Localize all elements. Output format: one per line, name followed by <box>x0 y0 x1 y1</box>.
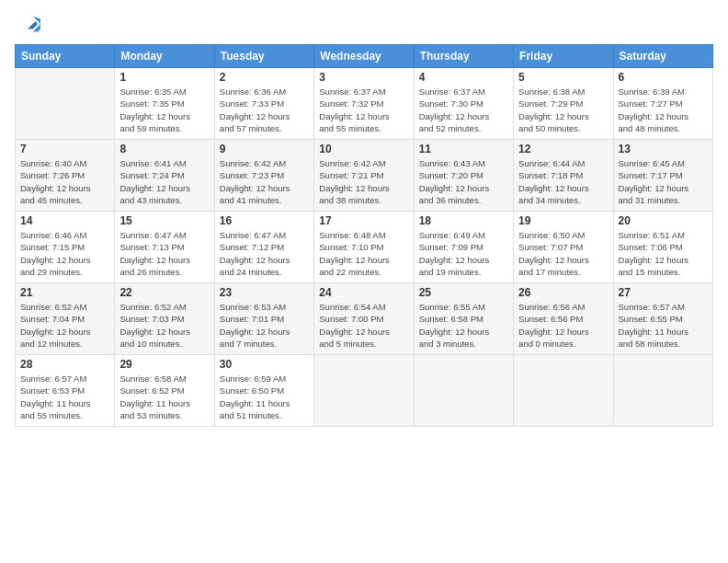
day-number: 8 <box>119 143 209 155</box>
week-row: 28Sunrise: 6:57 AM Sunset: 6:53 PM Dayli… <box>16 355 713 427</box>
day-header: Thursday <box>414 45 513 68</box>
day-number: 17 <box>319 214 408 227</box>
day-number: 22 <box>119 286 209 299</box>
day-number: 13 <box>619 143 708 155</box>
day-cell: 20Sunrise: 6:51 AM Sunset: 7:06 PM Dayli… <box>613 212 712 283</box>
day-cell: 3Sunrise: 6:37 AM Sunset: 7:32 PM Daylig… <box>314 68 414 140</box>
day-header: Friday <box>514 45 613 68</box>
day-cell: 8Sunrise: 6:41 AM Sunset: 7:24 PM Daylig… <box>115 140 214 212</box>
day-cell: 29Sunrise: 6:58 AM Sunset: 6:52 PM Dayli… <box>115 355 214 427</box>
day-info: Sunrise: 6:44 AM Sunset: 7:18 PM Dayligh… <box>518 157 608 206</box>
day-info: Sunrise: 6:56 AM Sunset: 6:56 PM Dayligh… <box>518 301 608 350</box>
day-info: Sunrise: 6:45 AM Sunset: 7:17 PM Dayligh… <box>619 157 708 206</box>
day-number: 27 <box>619 286 708 299</box>
day-info: Sunrise: 6:52 AM Sunset: 7:03 PM Dayligh… <box>119 301 209 350</box>
day-cell: 9Sunrise: 6:42 AM Sunset: 7:23 PM Daylig… <box>214 140 313 212</box>
day-info: Sunrise: 6:47 AM Sunset: 7:13 PM Dayligh… <box>119 229 209 278</box>
header-row: SundayMondayTuesdayWednesdayThursdayFrid… <box>16 45 713 68</box>
day-number: 29 <box>119 358 209 371</box>
day-info: Sunrise: 6:42 AM Sunset: 7:21 PM Dayligh… <box>319 157 408 206</box>
page: SundayMondayTuesdayWednesdayThursdayFrid… <box>0 0 728 563</box>
day-cell: 30Sunrise: 6:59 AM Sunset: 6:50 PM Dayli… <box>214 355 313 427</box>
day-cell: 28Sunrise: 6:57 AM Sunset: 6:53 PM Dayli… <box>16 355 115 427</box>
day-number: 6 <box>619 71 708 84</box>
day-number: 5 <box>518 71 608 84</box>
svg-marker-1 <box>28 14 38 29</box>
day-info: Sunrise: 6:53 AM Sunset: 7:01 PM Dayligh… <box>220 301 309 350</box>
day-info: Sunrise: 6:40 AM Sunset: 7:26 PM Dayligh… <box>20 157 109 206</box>
day-number: 14 <box>20 214 109 227</box>
day-cell <box>514 355 613 427</box>
day-info: Sunrise: 6:46 AM Sunset: 7:15 PM Dayligh… <box>20 229 109 278</box>
logo-icon <box>15 11 40 37</box>
day-info: Sunrise: 6:37 AM Sunset: 7:30 PM Dayligh… <box>419 86 508 134</box>
day-number: 15 <box>119 214 209 227</box>
week-row: 7Sunrise: 6:40 AM Sunset: 7:26 PM Daylig… <box>16 140 713 212</box>
day-cell: 16Sunrise: 6:47 AM Sunset: 7:12 PM Dayli… <box>214 212 313 283</box>
day-cell: 14Sunrise: 6:46 AM Sunset: 7:15 PM Dayli… <box>16 212 115 283</box>
day-cell: 23Sunrise: 6:53 AM Sunset: 7:01 PM Dayli… <box>214 283 313 355</box>
day-info: Sunrise: 6:38 AM Sunset: 7:29 PM Dayligh… <box>518 86 608 134</box>
day-number: 2 <box>220 71 309 84</box>
day-cell: 4Sunrise: 6:37 AM Sunset: 7:30 PM Daylig… <box>414 68 513 140</box>
day-cell: 26Sunrise: 6:56 AM Sunset: 6:56 PM Dayli… <box>514 283 613 355</box>
week-row: 14Sunrise: 6:46 AM Sunset: 7:15 PM Dayli… <box>16 212 713 283</box>
day-cell: 21Sunrise: 6:52 AM Sunset: 7:04 PM Dayli… <box>16 283 115 355</box>
day-info: Sunrise: 6:49 AM Sunset: 7:09 PM Dayligh… <box>419 229 508 278</box>
day-number: 1 <box>119 71 209 84</box>
day-cell: 27Sunrise: 6:57 AM Sunset: 6:55 PM Dayli… <box>613 283 712 355</box>
day-cell: 13Sunrise: 6:45 AM Sunset: 7:17 PM Dayli… <box>613 140 712 212</box>
day-info: Sunrise: 6:51 AM Sunset: 7:06 PM Dayligh… <box>619 229 708 278</box>
day-number: 19 <box>518 214 608 227</box>
day-cell <box>314 355 414 427</box>
day-info: Sunrise: 6:47 AM Sunset: 7:12 PM Dayligh… <box>220 229 309 278</box>
day-cell: 6Sunrise: 6:39 AM Sunset: 7:27 PM Daylig… <box>613 68 712 140</box>
day-info: Sunrise: 6:48 AM Sunset: 7:10 PM Dayligh… <box>319 229 408 278</box>
day-number: 11 <box>419 143 508 155</box>
logo <box>15 11 44 37</box>
day-number: 26 <box>518 286 608 299</box>
week-row: 21Sunrise: 6:52 AM Sunset: 7:04 PM Dayli… <box>16 283 713 355</box>
day-cell: 12Sunrise: 6:44 AM Sunset: 7:18 PM Dayli… <box>514 140 613 212</box>
day-cell <box>414 355 513 427</box>
day-number: 10 <box>319 143 408 155</box>
day-cell: 19Sunrise: 6:50 AM Sunset: 7:07 PM Dayli… <box>514 212 613 283</box>
day-header: Wednesday <box>314 45 414 68</box>
header <box>15 11 713 37</box>
day-info: Sunrise: 6:57 AM Sunset: 6:53 PM Dayligh… <box>20 373 109 421</box>
day-number: 4 <box>419 71 508 84</box>
day-info: Sunrise: 6:59 AM Sunset: 6:50 PM Dayligh… <box>220 373 309 421</box>
day-cell: 17Sunrise: 6:48 AM Sunset: 7:10 PM Dayli… <box>314 212 414 283</box>
day-number: 18 <box>419 214 508 227</box>
calendar: SundayMondayTuesdayWednesdayThursdayFrid… <box>15 44 713 427</box>
day-info: Sunrise: 6:42 AM Sunset: 7:23 PM Dayligh… <box>220 157 309 206</box>
day-cell: 15Sunrise: 6:47 AM Sunset: 7:13 PM Dayli… <box>115 212 214 283</box>
day-info: Sunrise: 6:37 AM Sunset: 7:32 PM Dayligh… <box>319 86 408 134</box>
day-cell: 11Sunrise: 6:43 AM Sunset: 7:20 PM Dayli… <box>414 140 513 212</box>
day-number: 23 <box>220 286 309 299</box>
day-number: 20 <box>619 214 708 227</box>
day-info: Sunrise: 6:50 AM Sunset: 7:07 PM Dayligh… <box>518 229 608 278</box>
day-cell <box>613 355 712 427</box>
day-cell: 24Sunrise: 6:54 AM Sunset: 7:00 PM Dayli… <box>314 283 414 355</box>
day-number: 28 <box>20 358 109 371</box>
day-header: Tuesday <box>214 45 313 68</box>
day-number: 12 <box>518 143 608 155</box>
day-cell <box>16 68 115 140</box>
day-info: Sunrise: 6:36 AM Sunset: 7:33 PM Dayligh… <box>220 86 309 134</box>
day-number: 3 <box>319 71 408 84</box>
day-cell: 10Sunrise: 6:42 AM Sunset: 7:21 PM Dayli… <box>314 140 414 212</box>
day-header: Monday <box>115 45 214 68</box>
day-number: 9 <box>220 143 309 155</box>
day-cell: 5Sunrise: 6:38 AM Sunset: 7:29 PM Daylig… <box>514 68 613 140</box>
day-info: Sunrise: 6:41 AM Sunset: 7:24 PM Dayligh… <box>119 157 209 206</box>
day-info: Sunrise: 6:43 AM Sunset: 7:20 PM Dayligh… <box>419 157 508 206</box>
day-cell: 2Sunrise: 6:36 AM Sunset: 7:33 PM Daylig… <box>214 68 313 140</box>
week-row: 1Sunrise: 6:35 AM Sunset: 7:35 PM Daylig… <box>16 68 713 140</box>
day-number: 24 <box>319 286 408 299</box>
day-cell: 25Sunrise: 6:55 AM Sunset: 6:58 PM Dayli… <box>414 283 513 355</box>
day-info: Sunrise: 6:52 AM Sunset: 7:04 PM Dayligh… <box>20 301 109 350</box>
day-cell: 1Sunrise: 6:35 AM Sunset: 7:35 PM Daylig… <box>115 68 214 140</box>
day-cell: 18Sunrise: 6:49 AM Sunset: 7:09 PM Dayli… <box>414 212 513 283</box>
day-number: 30 <box>220 358 309 371</box>
